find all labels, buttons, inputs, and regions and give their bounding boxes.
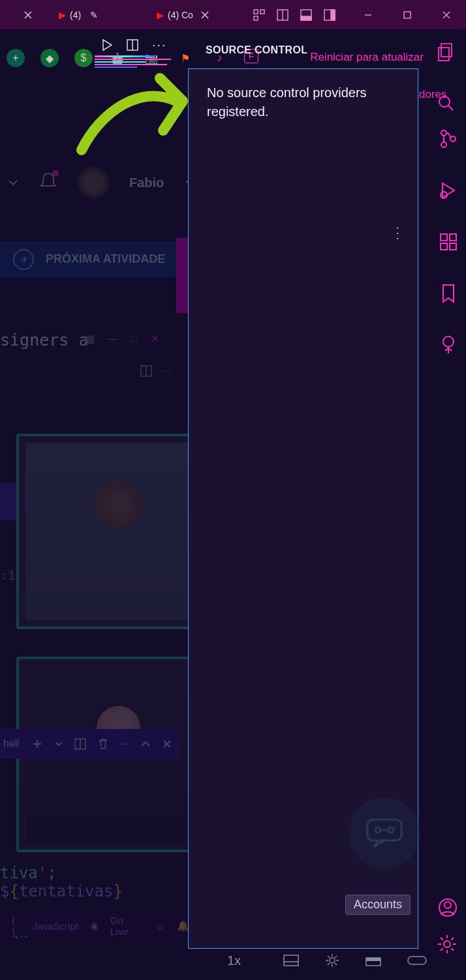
line-col-indicator: :1	[0, 567, 16, 583]
browser-tab-2[interactable]: ▶ (4) ✎	[59, 10, 98, 20]
user-avatar[interactable]	[77, 166, 110, 199]
browser-tab-close-1[interactable]	[23, 10, 33, 20]
braces-icon[interactable]: { }	[12, 915, 21, 937]
activity-bar	[430, 117, 466, 934]
new-terminal-icon[interactable]	[31, 738, 43, 750]
tab-icon[interactable]	[365, 955, 381, 966]
keyboard-icon[interactable]	[283, 955, 299, 966]
maximize-button[interactable]	[388, 0, 427, 29]
minimap-highlight	[176, 238, 189, 313]
svg-point-18	[441, 142, 446, 147]
status-language[interactable]: JavaScript	[33, 921, 78, 932]
split-left-icon[interactable]	[277, 9, 288, 21]
code-line-1: tiva'; ${tentativas}	[0, 864, 123, 900]
svg-rect-45	[408, 957, 426, 964]
svg-point-17	[441, 130, 446, 136]
svg-point-31	[444, 941, 450, 947]
browser-tab-3[interactable]: ▶ (4) Co	[157, 10, 210, 20]
svg-rect-13	[441, 44, 452, 57]
editor-layout-toggles	[253, 0, 335, 29]
run-debug-activity-icon[interactable]	[439, 181, 458, 203]
svg-rect-1	[260, 10, 264, 14]
split-terminal-icon[interactable]	[74, 738, 86, 750]
svg-point-37	[375, 827, 381, 833]
close-icon[interactable]	[163, 739, 172, 749]
svg-rect-40	[284, 955, 298, 966]
svg-point-42	[330, 958, 335, 963]
source-control-title: SOURCE CONTROL	[206, 44, 307, 56]
close-window-button[interactable]	[427, 0, 466, 29]
settings-gear-icon[interactable]	[437, 934, 458, 957]
person-icon[interactable]: ☺	[155, 921, 165, 932]
minimize-icon[interactable]: —	[108, 333, 118, 345]
next-activity-button[interactable]: PRÓXIMA ATIVIDADE	[0, 241, 189, 277]
tree-activity-icon[interactable]	[439, 335, 458, 357]
terminal-toolbar: hell ···	[0, 729, 179, 758]
username-label: Fabio	[129, 175, 164, 190]
chat-bubble-icon[interactable]	[349, 797, 420, 869]
tab-badge: (4) Co	[168, 10, 193, 20]
search-icon[interactable]	[437, 95, 454, 114]
settings-icon[interactable]	[325, 953, 339, 968]
window-titlebar: ▶ (4) ✎ ▶ (4) Co	[0, 0, 466, 29]
tab-badge: (4)	[70, 10, 81, 20]
svg-rect-21	[441, 234, 447, 241]
accounts-tooltip: Accounts	[345, 895, 411, 915]
panel-bottom-icon[interactable]	[300, 9, 312, 21]
chevron-down-icon[interactable]	[7, 176, 20, 189]
minimize-button[interactable]	[349, 0, 388, 29]
minimap-preview	[95, 55, 179, 95]
svg-rect-0	[254, 10, 258, 14]
svg-point-38	[388, 827, 394, 833]
accounts-icon[interactable]	[438, 898, 458, 920]
split-icon[interactable]	[140, 365, 152, 377]
svg-line-16	[448, 106, 453, 110]
more-icon[interactable]: ···	[120, 738, 129, 750]
arrow-right-circle-icon	[13, 249, 34, 270]
source-control-activity-icon[interactable]	[439, 129, 458, 151]
broadcast-icon[interactable]: ◉	[90, 920, 99, 932]
extensions-activity-icon[interactable]	[439, 232, 458, 254]
svg-point-19	[450, 136, 456, 141]
devtools-bottom-bar: 1x	[188, 947, 427, 973]
terminal-tab-label[interactable]: hell	[3, 738, 20, 750]
svg-point-30	[444, 902, 451, 908]
svg-rect-6	[301, 16, 311, 20]
close-icon[interactable]	[200, 10, 210, 20]
window-controls	[349, 0, 466, 29]
status-bar: { } JavaScript ◉ Go Live ☺ 🔔	[0, 916, 189, 936]
editor-text-fragment: signers a	[0, 331, 88, 349]
svg-rect-8	[331, 10, 335, 20]
next-activity-label: PRÓXIMA ATIVIDADE	[46, 252, 165, 266]
svg-rect-22	[441, 243, 447, 250]
svg-rect-10	[404, 12, 411, 18]
status-golive[interactable]: Go Live	[110, 915, 144, 937]
zoom-level[interactable]: 1x	[227, 953, 241, 968]
youtube-icon: ▶	[157, 10, 164, 20]
files-icon[interactable]	[437, 42, 454, 65]
notifications-icon[interactable]	[39, 171, 57, 194]
svg-rect-2	[254, 16, 258, 20]
svg-point-15	[439, 97, 450, 107]
svg-point-25	[443, 336, 454, 347]
bookmark-activity-icon[interactable]	[441, 284, 456, 306]
more-icon[interactable]: ···	[162, 365, 170, 377]
chevron-down-icon[interactable]	[55, 740, 63, 748]
more-actions-icon[interactable]: ···	[390, 226, 407, 242]
source-control-empty-message: No source control providers registered.	[189, 69, 418, 136]
close-icon	[23, 10, 33, 20]
svg-rect-44	[366, 958, 381, 961]
trash-icon[interactable]	[98, 738, 108, 750]
svg-rect-23	[450, 243, 456, 250]
maximize-square-icon[interactable]: □	[131, 333, 138, 345]
sidebar-right-icon[interactable]	[324, 9, 335, 21]
pill-icon[interactable]	[407, 956, 427, 965]
svg-rect-24	[450, 234, 456, 241]
svg-rect-14	[439, 48, 449, 61]
eyedropper-icon: ✎	[90, 10, 98, 20]
grid-icon[interactable]: ▦	[85, 333, 95, 345]
close-icon[interactable]: ✕	[151, 333, 159, 345]
chevron-up-icon[interactable]	[140, 740, 151, 748]
youtube-icon: ▶	[59, 10, 66, 20]
customize-layout-icon[interactable]	[253, 9, 265, 21]
